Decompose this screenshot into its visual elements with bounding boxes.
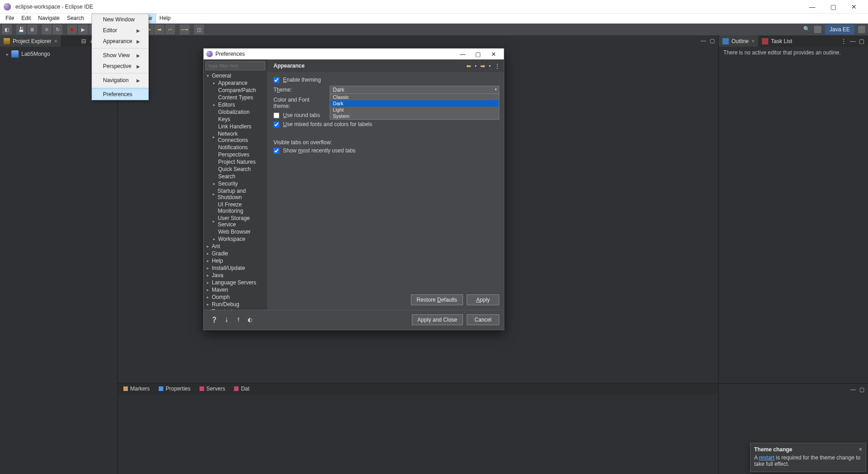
enable-theming-checkbox[interactable]: [273, 77, 279, 83]
maximize-view-icon[interactable]: ▢: [859, 386, 864, 393]
pref-tree-item[interactable]: General: [204, 72, 267, 79]
pref-tree-item[interactable]: Network Connections: [204, 130, 267, 144]
pref-tree-item[interactable]: Notifications: [204, 144, 267, 151]
pref-tree-item[interactable]: Install/Update: [204, 264, 267, 272]
dropdown-icon[interactable]: ▾: [489, 64, 491, 68]
export-prefs-icon[interactable]: ⭱: [236, 317, 241, 323]
pref-tree-item[interactable]: Appearance: [204, 79, 267, 87]
tb-build-icon[interactable]: ⛭: [42, 24, 52, 34]
outline-tab[interactable]: Outline ×: [719, 35, 758, 47]
help-icon[interactable]: ❔: [211, 317, 218, 323]
tb-new-icon[interactable]: ◧: [2, 24, 12, 34]
use-round-tabs-checkbox[interactable]: [273, 112, 279, 118]
pref-tree-item[interactable]: Help: [204, 257, 267, 264]
pref-tree-item[interactable]: Workspace: [204, 235, 267, 243]
apply-and-close-button[interactable]: Apply and Close: [412, 314, 463, 325]
pref-tree-item[interactable]: Content Types: [204, 94, 267, 101]
theme-option-classic[interactable]: Classic: [330, 94, 499, 100]
apply-button[interactable]: Apply: [467, 294, 499, 305]
dialog-close-button[interactable]: ✕: [486, 49, 501, 59]
project-explorer-tab[interactable]: Project Explorer ×: [0, 35, 61, 47]
restore-defaults-button[interactable]: Restore Defaults: [411, 294, 463, 305]
tb-pin-icon[interactable]: ◫: [194, 24, 204, 34]
pref-tree-item[interactable]: Compare/Patch: [204, 87, 267, 94]
page-menu-icon[interactable]: ⋮: [494, 63, 500, 69]
menu-appearance[interactable]: Appearance▶: [92, 36, 148, 47]
menu-show-view[interactable]: Show View▶: [92, 50, 148, 61]
pref-tree-item[interactable]: Startup and Shutdown: [204, 187, 267, 201]
menu-search[interactable]: Search: [63, 14, 88, 23]
pref-tree-item[interactable]: User Storage Service: [204, 215, 267, 228]
minimize-view-icon[interactable]: —: [850, 38, 856, 44]
pref-tree-item[interactable]: Editors: [204, 101, 267, 108]
pref-tree-item[interactable]: Globalization: [204, 108, 267, 116]
menu-perspective[interactable]: Perspective▶: [92, 61, 148, 72]
pref-tree-item[interactable]: Keys: [204, 116, 267, 123]
toast-close-icon[interactable]: ×: [858, 446, 862, 453]
perspective-switcher-icon[interactable]: [858, 26, 865, 33]
pref-tree-item[interactable]: Gradle: [204, 250, 267, 257]
dropdown-icon[interactable]: ▾: [475, 64, 477, 68]
dialog-titlebar[interactable]: Preferences — ▢ ✕: [204, 49, 504, 59]
tb-debug-icon[interactable]: 🐞: [67, 24, 77, 34]
minimize-button[interactable]: —: [802, 0, 823, 14]
tab-servers[interactable]: Servers: [196, 384, 229, 393]
pref-tree-item[interactable]: Ant: [204, 243, 267, 250]
oomph-icon[interactable]: ◐: [248, 317, 252, 323]
tb-fwd-icon[interactable]: ➡: [154, 24, 164, 34]
tb-save-icon[interactable]: 💾: [16, 24, 26, 34]
close-icon[interactable]: ×: [54, 38, 57, 44]
menu-editor[interactable]: Editor▶: [92, 25, 148, 36]
pref-tree-item[interactable]: Oomph: [204, 293, 267, 301]
minimize-view-icon[interactable]: —: [701, 38, 706, 44]
pref-tree-item[interactable]: Java: [204, 272, 267, 279]
cancel-button[interactable]: Cancel: [467, 314, 499, 325]
tab-data[interactable]: Dat: [230, 384, 253, 393]
theme-option-light[interactable]: Light: [330, 107, 499, 113]
pref-tree-item[interactable]: Project Natures: [204, 158, 267, 166]
perspective-javaee[interactable]: Java EE: [825, 24, 854, 34]
theme-select[interactable]: Dark ▾: [330, 86, 499, 94]
pref-tree-item[interactable]: Link Handlers: [204, 123, 267, 130]
pref-tree-item[interactable]: Web Browser: [204, 228, 267, 235]
dialog-maximize-button[interactable]: ▢: [470, 49, 486, 59]
pref-tree-item[interactable]: Run/Debug: [204, 301, 267, 308]
tb-last-edit-icon[interactable]: ⤺: [165, 24, 175, 34]
pref-tree-item[interactable]: UI Freeze Monitoring: [204, 201, 267, 215]
close-icon[interactable]: ×: [751, 38, 755, 44]
back-icon[interactable]: ⬅: [466, 63, 471, 69]
menu-navigation[interactable]: Navigation▶: [92, 75, 148, 86]
preferences-tree[interactable]: GeneralAppearanceCompare/PatchContent Ty…: [204, 71, 267, 310]
theme-option-system[interactable]: System: [330, 113, 499, 119]
pref-tree-item[interactable]: Search: [204, 173, 267, 180]
restart-link[interactable]: restart: [759, 454, 775, 461]
open-perspective-icon[interactable]: [814, 26, 821, 33]
menu-new-window[interactable]: New Window: [92, 14, 148, 25]
tb-run-icon[interactable]: ▶: [78, 24, 88, 34]
theme-option-dark[interactable]: Dark: [330, 100, 499, 107]
show-mru-checkbox[interactable]: [273, 148, 279, 154]
maximize-view-icon[interactable]: ▢: [859, 38, 865, 44]
pref-tree-item[interactable]: Maven: [204, 286, 267, 293]
pref-tree-item[interactable]: Language Servers: [204, 279, 267, 286]
tb-saveall-icon[interactable]: 🗎: [27, 24, 37, 34]
maximize-view-icon[interactable]: ▢: [710, 38, 715, 44]
pref-tree-item[interactable]: Security: [204, 180, 267, 187]
filter-input[interactable]: [205, 61, 265, 70]
maximize-button[interactable]: ▢: [823, 0, 844, 14]
forward-icon[interactable]: ➡: [480, 63, 485, 69]
use-mixed-fonts-checkbox[interactable]: [273, 122, 279, 127]
close-button[interactable]: ✕: [844, 0, 864, 14]
tb-next-icon[interactable]: ⟶: [180, 24, 190, 34]
import-prefs-icon[interactable]: ⭳: [224, 317, 229, 323]
tb-refresh-icon[interactable]: ↻: [53, 24, 63, 34]
minimize-view-icon[interactable]: —: [850, 386, 856, 393]
menu-edit[interactable]: Edit: [18, 14, 34, 23]
tab-properties[interactable]: Properties: [155, 384, 194, 393]
menu-navigate[interactable]: Navigate: [34, 14, 63, 23]
tasklist-tab[interactable]: Task List: [758, 35, 796, 47]
menu-help[interactable]: Help: [156, 14, 175, 23]
menu-file[interactable]: File: [2, 14, 18, 23]
pref-tree-item[interactable]: Quick Search: [204, 166, 267, 173]
tab-markers[interactable]: Markers: [120, 384, 153, 393]
